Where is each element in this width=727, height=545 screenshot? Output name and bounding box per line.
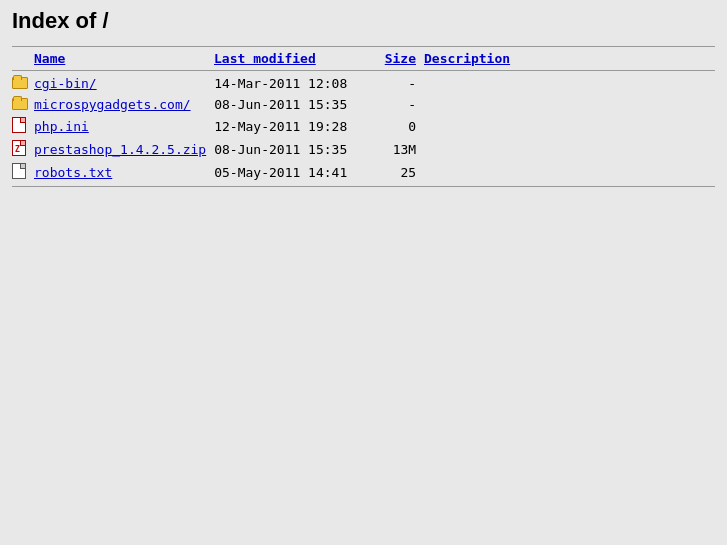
bottom-divider — [12, 186, 715, 187]
name-col-header: Name — [34, 49, 214, 68]
row-modified: 08-Jun-2011 15:35 — [214, 138, 374, 161]
row-name: robots.txt — [34, 161, 214, 184]
file-link[interactable]: robots.txt — [34, 165, 112, 180]
row-icon — [12, 73, 34, 94]
row-name: prestashop_1.4.2.5.zip — [34, 138, 214, 161]
file-link[interactable]: cgi-bin/ — [34, 76, 97, 91]
table-header-row: Name Last modified Size Description — [12, 49, 715, 68]
table-row: cgi-bin/ 14-Mar-2011 12:08 - — [12, 73, 715, 94]
zip-icon — [12, 140, 26, 156]
file-link[interactable]: prestashop_1.4.2.5.zip — [34, 142, 206, 157]
name-sort-link[interactable]: Name — [34, 51, 65, 66]
row-description — [424, 73, 715, 94]
row-modified: 14-Mar-2011 12:08 — [214, 73, 374, 94]
row-size: - — [374, 94, 424, 115]
table-row: robots.txt 05-May-2011 14:41 25 — [12, 161, 715, 184]
desc-col-header: Description — [424, 49, 715, 68]
table-row: microspygadgets.com/ 08-Jun-2011 15:35 - — [12, 94, 715, 115]
table-row: prestashop_1.4.2.5.zip 08-Jun-2011 15:35… — [12, 138, 715, 161]
file-table: cgi-bin/ 14-Mar-2011 12:08 - microspygad… — [12, 73, 715, 184]
desc-sort-link[interactable]: Description — [424, 51, 510, 66]
row-name: php.ini — [34, 115, 214, 138]
row-size: 25 — [374, 161, 424, 184]
folder-icon — [12, 96, 28, 110]
row-icon — [12, 138, 34, 161]
size-sort-link[interactable]: Size — [385, 51, 416, 66]
row-description — [424, 138, 715, 161]
file-link[interactable]: php.ini — [34, 119, 89, 134]
row-size: 13M — [374, 138, 424, 161]
row-description — [424, 94, 715, 115]
row-description — [424, 115, 715, 138]
table-row: php.ini 12-May-2011 19:28 0 — [12, 115, 715, 138]
row-name: microspygadgets.com/ — [34, 94, 214, 115]
row-modified: 08-Jun-2011 15:35 — [214, 94, 374, 115]
row-modified: 05-May-2011 14:41 — [214, 161, 374, 184]
header-divider — [12, 70, 715, 71]
modified-sort-link[interactable]: Last modified — [214, 51, 316, 66]
txt-icon — [12, 163, 26, 179]
row-icon — [12, 94, 34, 115]
file-listing: Name Last modified Size Description — [12, 49, 715, 68]
row-size: 0 — [374, 115, 424, 138]
top-divider — [12, 46, 715, 47]
file-link[interactable]: microspygadgets.com/ — [34, 97, 191, 112]
row-icon — [12, 161, 34, 184]
row-size: - — [374, 73, 424, 94]
modified-col-header: Last modified — [214, 49, 374, 68]
row-description — [424, 161, 715, 184]
php-icon — [12, 117, 26, 133]
row-modified: 12-May-2011 19:28 — [214, 115, 374, 138]
row-name: cgi-bin/ — [34, 73, 214, 94]
row-icon — [12, 115, 34, 138]
page-heading: Index of / — [12, 8, 715, 34]
folder-icon — [12, 75, 28, 89]
size-col-header: Size — [374, 49, 424, 68]
icon-col-header — [12, 49, 34, 68]
